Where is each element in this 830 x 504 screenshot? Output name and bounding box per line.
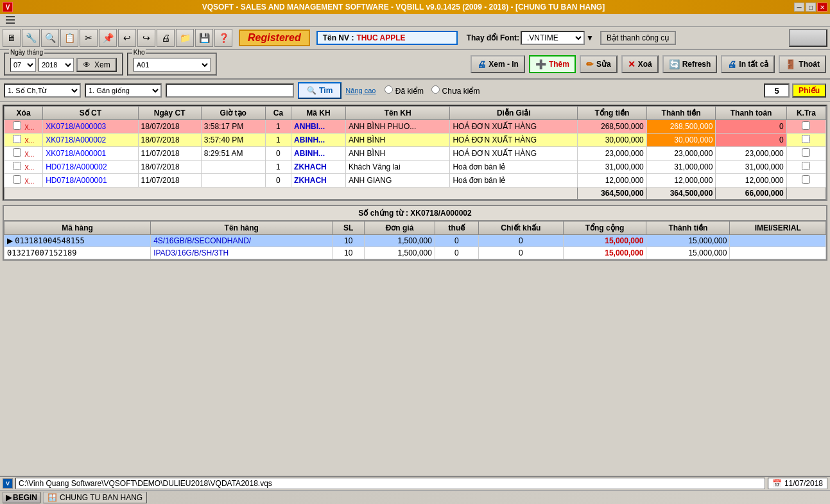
print-icon: 🖨 [727, 59, 736, 69]
tool-btn-4[interactable]: 📋 [60, 29, 78, 47]
ktra-checkbox[interactable] [802, 148, 810, 157]
menu-icon[interactable] [1, 13, 19, 28]
ktra-checkbox[interactable] [802, 121, 810, 130]
xem-in-button[interactable]: 🖨 Xem - In [471, 55, 525, 73]
row-checkbox[interactable] [13, 135, 21, 143]
tool-btn-6[interactable]: 📌 [99, 29, 117, 47]
exit-icon: 🚪 [785, 59, 796, 69]
cell-ktra[interactable] [786, 120, 826, 134]
nhanvien-display: Tên NV : THUC APPLE [316, 31, 458, 45]
month-select[interactable]: 07 [10, 58, 36, 72]
delete-row-btn[interactable]: X... [24, 124, 34, 131]
controls-row: Ngày tháng 07 2018 👁Xem Kho A01 🖨 Xem - … [0, 50, 830, 80]
tool-btn-3[interactable]: 🔍 [41, 29, 59, 47]
cell-xoa[interactable]: X... [4, 174, 43, 187]
filter-search-input[interactable] [166, 83, 294, 98]
year-select[interactable]: 2018 [39, 58, 74, 72]
plus-icon: ➕ [535, 59, 546, 69]
phieu-button[interactable]: Phiếu [792, 83, 826, 98]
table-row[interactable]: X... XK0718/A000003 18/07/2018 3:58:17 P… [4, 120, 826, 134]
row-checkbox[interactable] [13, 175, 21, 184]
status-path: C:\Vinh Quang Software\VQSOFT\DEMO\DULIE… [15, 478, 765, 489]
thoat-button[interactable]: 🚪 Thoát [779, 55, 826, 73]
delete-row-btn[interactable]: X... [24, 178, 34, 185]
toolbar: 🖥 🔧 🔍 📋 ✂ 📌 ↩ ↪ 🖨 📁 💾 ❓ Registered Tên N… [0, 27, 830, 50]
cell-xoa[interactable]: X... [4, 120, 43, 134]
cell-tenkh: Khách Vãng lai [345, 161, 450, 174]
cell-ktra[interactable] [786, 161, 826, 174]
table-row[interactable]: X... HD0718/A000001 11/07/2018 0 ZKHACH … [4, 174, 826, 187]
app-icon: V [3, 2, 13, 12]
tool-btn-5[interactable]: ✂ [80, 29, 98, 47]
tool-btn-8[interactable]: ↪ [137, 29, 155, 47]
soct-link[interactable]: HD0718/A000002 [46, 162, 107, 171]
tool-btn-2[interactable]: 🔧 [22, 29, 40, 47]
detail-row[interactable]: ▶ 013181004548155 4S/16GB/B/SECONDHAND/ … [4, 235, 826, 247]
detail-row[interactable]: 013217007152189 IPAD3/16G/B/SH/3TH 10 1,… [4, 247, 826, 259]
font-select[interactable]: .VNTIME [521, 31, 585, 45]
ktra-checkbox[interactable] [802, 175, 810, 184]
radio-da-kiem[interactable] [385, 85, 393, 94]
radio-chua-kiem-label[interactable]: Chưa kiểm [431, 85, 480, 96]
arrow-icon: ▼ [586, 33, 594, 42]
cell-tongtien: 30,000,000 [578, 134, 647, 147]
them-button[interactable]: ➕ Thêm [529, 55, 576, 73]
tool-btn-11[interactable]: 💾 [195, 29, 213, 47]
cell-tenkh: ANH BÌNH [345, 147, 450, 161]
table-row[interactable]: X... HD0718/A000002 18/07/2018 1 ZKHACH … [4, 161, 826, 174]
edit-icon: ✏ [586, 59, 594, 69]
delete-row-btn[interactable]: X... [24, 137, 34, 144]
detail-cell-thue: 0 [435, 247, 478, 259]
cell-giotao: 8:29:51 AM [201, 147, 265, 161]
refresh-button[interactable]: 🔄 Refresh [662, 55, 718, 73]
soct-link[interactable]: XK0718/A000001 [46, 149, 106, 158]
soct-link[interactable]: HD0718/A000001 [46, 176, 107, 185]
nang-cao-link[interactable]: Nâng cao [345, 87, 376, 94]
soct-link[interactable]: XK0718/A000002 [46, 135, 106, 144]
bat-thanh-button[interactable]: Bật thanh công cụ [600, 31, 676, 45]
tim-button[interactable]: 🔍 Tìm [298, 82, 342, 99]
cell-diengiai: HOÁ ĐƠN XUẤT HÀNG [450, 120, 578, 134]
cell-ktra[interactable] [786, 134, 826, 147]
cell-xoa[interactable]: X... [4, 161, 43, 174]
tool-btn-7[interactable]: ↩ [118, 29, 136, 47]
filter-field1-select[interactable]: 1. Số Ch,Từ [4, 83, 81, 98]
soct-link[interactable]: XK0718/A000003 [46, 122, 106, 131]
task-chungtu-button[interactable]: 🪟 CHUNG TU BAN HANG [43, 492, 147, 503]
main-table-scroll[interactable]: Xóa Số CT Ngày CT Giờ tạo Ca Mã KH Tên K… [3, 105, 827, 201]
table-row[interactable]: X... XK0718/A000001 11/07/2018 8:29:51 A… [4, 147, 826, 161]
cell-ktra[interactable] [786, 174, 826, 187]
detail-cell-imei [730, 235, 826, 247]
table-row[interactable]: X... XK0718/A000002 18/07/2018 3:57:40 P… [4, 134, 826, 147]
cell-xoa[interactable]: X... [4, 134, 43, 147]
minimize-button[interactable]: ─ [794, 3, 804, 12]
tool-btn-9[interactable]: 🖨 [157, 29, 175, 47]
radio-da-kiem-label[interactable]: Đã kiểm [385, 85, 424, 96]
delete-row-btn[interactable]: X... [24, 151, 34, 158]
tool-btn-1[interactable]: 🖥 [3, 29, 21, 47]
task-start-button[interactable]: ▶ BEGIN [3, 492, 40, 503]
row-checkbox[interactable] [13, 121, 21, 130]
tool-btn-12[interactable]: ❓ [214, 29, 232, 47]
ktra-checkbox[interactable] [802, 135, 810, 143]
in-tat-ca-button[interactable]: 🖨 In tất cả [721, 55, 775, 73]
cell-ca: 0 [265, 174, 291, 187]
detail-header: Số chứng từ : XK0718/A000002 [4, 206, 826, 221]
xoa-button[interactable]: ✕ Xoá [621, 55, 659, 73]
radio-chua-kiem[interactable] [431, 85, 440, 94]
close-button[interactable]: ✕ [817, 3, 827, 12]
cell-ktra[interactable] [786, 147, 826, 161]
filter-field2-select[interactable]: 1. Gán giống [85, 83, 162, 98]
tool-btn-10[interactable]: 📁 [176, 29, 194, 47]
maximize-button[interactable]: □ [806, 3, 816, 12]
phieu-count-input[interactable]: 5 [764, 83, 790, 98]
sua-button[interactable]: ✏ Sửa [580, 55, 618, 73]
col-ngayct: Ngày CT [138, 107, 201, 120]
delete-row-btn[interactable]: X... [24, 164, 34, 171]
ktra-checkbox[interactable] [802, 162, 810, 170]
xem-button[interactable]: 👁Xem [76, 58, 117, 72]
row-checkbox[interactable] [13, 148, 21, 157]
cell-xoa[interactable]: X... [4, 147, 43, 161]
row-checkbox[interactable] [13, 162, 21, 170]
kho-select[interactable]: A01 [134, 58, 211, 72]
